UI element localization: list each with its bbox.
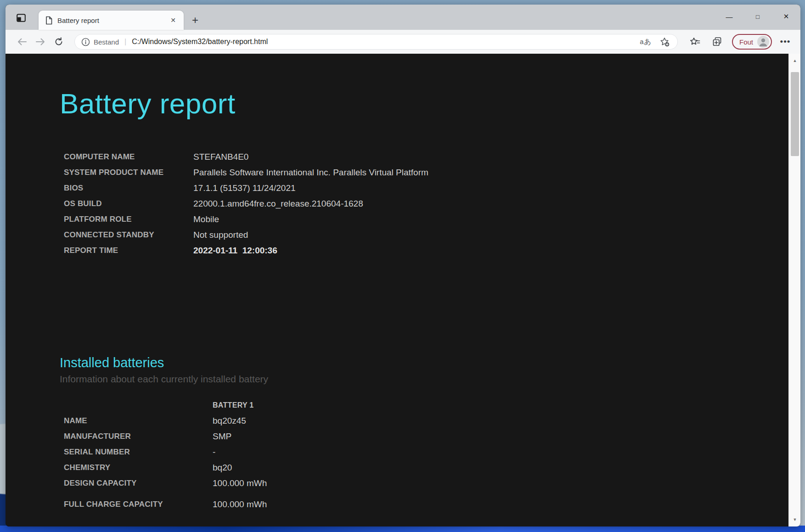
- row-value: 100.000 mWh: [213, 476, 267, 491]
- scrollbar-thumb[interactable]: [791, 72, 799, 156]
- translate-icon: aあ: [640, 38, 652, 46]
- table-row: PLATFORM ROLE Mobile: [64, 212, 788, 227]
- scroll-up-icon: ▲: [793, 58, 797, 63]
- row-value: SMP: [213, 429, 231, 444]
- row-value: 22000.1.amd64fre.co_release.210604-1628: [193, 196, 363, 212]
- row-label: CONNECTED STANDBY: [64, 227, 193, 243]
- maximize-icon: □: [756, 13, 760, 20]
- browser-window: Battery report ✕ + — □ ✕: [6, 5, 800, 526]
- row-label: SERIAL NUMBER: [64, 444, 213, 460]
- table-row: COMPUTER NAME STEFANB4E0: [64, 149, 788, 165]
- new-tab-button[interactable]: +: [188, 13, 202, 27]
- row-label: SYSTEM PRODUCT NAME: [64, 165, 193, 180]
- row-label: NAME: [64, 413, 213, 429]
- refresh-icon: [54, 37, 63, 46]
- profile-error-label: Fout: [739, 38, 753, 46]
- table-row: CONNECTED STANDBY Not supported: [64, 227, 788, 243]
- close-button[interactable]: ✕: [772, 6, 800, 28]
- page-content: Battery report COMPUTER NAME STEFANB4E0 …: [6, 54, 800, 526]
- table-row: SYSTEM PRODUCT NAME Parallels Software I…: [64, 165, 788, 180]
- back-icon: [17, 38, 27, 46]
- tab-battery-report[interactable]: Battery report ✕: [39, 11, 184, 30]
- row-value: bq20z45: [213, 413, 246, 429]
- row-value: bq20: [213, 460, 232, 476]
- site-info-icon[interactable]: [81, 38, 90, 46]
- scroll-up-button[interactable]: ▲: [789, 54, 800, 67]
- row-label: MANUFACTURER: [64, 429, 213, 444]
- row-value: Not supported: [193, 227, 248, 243]
- tab-actions-button[interactable]: [13, 10, 29, 26]
- row-value: Parallels Software International Inc. Pa…: [193, 165, 428, 180]
- table-row: FULL CHARGE CAPACITY 100.000 mWh: [64, 497, 788, 512]
- installed-batteries-subtitle: Information about each currently install…: [60, 373, 788, 386]
- installed-batteries-heading: Installed batteries: [60, 354, 788, 371]
- row-value: Mobile: [193, 212, 219, 227]
- row-label: CHEMISTRY: [64, 460, 213, 476]
- battery-report-page: Battery report COMPUTER NAME STEFANB4E0 …: [6, 54, 788, 526]
- navigation-toolbar: Bestand | C:/Windows/System32/battery-re…: [6, 30, 800, 54]
- header-spacer: [64, 398, 213, 413]
- back-button[interactable]: [13, 34, 31, 50]
- table-row: DESIGN CAPACITY 100.000 mWh: [64, 476, 788, 491]
- scroll-down-button[interactable]: ▼: [789, 513, 800, 526]
- table-row: CHEMISTRY bq20: [64, 460, 788, 476]
- refresh-button[interactable]: [50, 34, 68, 50]
- desktop-wallpaper-stripe: [0, 526, 805, 532]
- report-time-value: 2022-01-11 12:00:36: [193, 243, 277, 258]
- tab-actions-icon: [16, 13, 26, 23]
- row-label: COMPUTER NAME: [64, 149, 193, 165]
- row-value: STEFANB4E0: [193, 149, 248, 165]
- translate-button[interactable]: aあ: [638, 35, 653, 49]
- scroll-down-icon: ▼: [793, 517, 797, 522]
- row-label: PLATFORM ROLE: [64, 212, 193, 227]
- row-label: REPORT TIME: [64, 243, 193, 258]
- row-label: DESIGN CAPACITY: [64, 476, 213, 491]
- row-label: FULL CHARGE CAPACITY: [64, 497, 213, 512]
- url-text: C:/Windows/System32/battery-report.html: [132, 38, 634, 46]
- table-row: OS BUILD 22000.1.amd64fre.co_release.210…: [64, 196, 788, 212]
- favorites-button[interactable]: [686, 34, 704, 50]
- forward-icon: [35, 38, 45, 46]
- row-value: 17.1.1 (51537) 11/24/2021: [193, 180, 296, 196]
- titlebar: Battery report ✕ + — □ ✕: [6, 5, 800, 30]
- table-row: NAME bq20z45: [64, 413, 788, 429]
- row-label: OS BUILD: [64, 196, 193, 212]
- table-row: SERIAL NUMBER -: [64, 444, 788, 460]
- favorites-icon: [690, 37, 700, 47]
- page-favicon-icon: [45, 16, 53, 25]
- minimize-button[interactable]: —: [715, 6, 743, 28]
- add-favorite-button[interactable]: [657, 35, 673, 49]
- row-value: -: [213, 444, 215, 460]
- profile-button[interactable]: Fout: [732, 34, 772, 50]
- minimize-icon: —: [726, 13, 733, 21]
- row-label: BIOS: [64, 180, 193, 196]
- row-value: 100.000 mWh: [213, 497, 267, 512]
- address-bar[interactable]: Bestand | C:/Windows/System32/battery-re…: [74, 34, 678, 50]
- ellipsis-icon: •••: [780, 37, 791, 47]
- table-header-row: BATTERY 1: [64, 398, 788, 413]
- page-title: Battery report: [60, 86, 788, 122]
- tab-close-icon[interactable]: ✕: [167, 14, 179, 26]
- system-info-table: COMPUTER NAME STEFANB4E0 SYSTEM PRODUCT …: [64, 149, 788, 258]
- collections-icon: [712, 37, 722, 47]
- battery-column-header: BATTERY 1: [213, 398, 254, 413]
- settings-menu-button[interactable]: •••: [777, 34, 794, 50]
- tab-title: Battery report: [57, 17, 163, 24]
- profile-avatar-icon: [757, 36, 769, 48]
- maximize-button[interactable]: □: [743, 6, 772, 28]
- window-controls: — □ ✕: [715, 6, 800, 28]
- file-zone-label: Bestand: [94, 38, 119, 46]
- new-tab-icon: +: [192, 14, 198, 27]
- table-row: REPORT TIME 2022-01-11 12:00:36: [64, 243, 788, 258]
- page-scrollbar[interactable]: ▲ ▼: [788, 54, 800, 526]
- forward-button[interactable]: [31, 34, 50, 50]
- url-divider: |: [124, 38, 126, 46]
- table-row: BIOS 17.1.1 (51537) 11/24/2021: [64, 180, 788, 196]
- installed-batteries-table: BATTERY 1 NAME bq20z45 MANUFACTURER SMP …: [64, 398, 788, 512]
- collections-button[interactable]: [708, 34, 726, 50]
- add-favorite-icon: [660, 37, 670, 47]
- close-icon: ✕: [783, 12, 789, 21]
- table-row: MANUFACTURER SMP: [64, 429, 788, 444]
